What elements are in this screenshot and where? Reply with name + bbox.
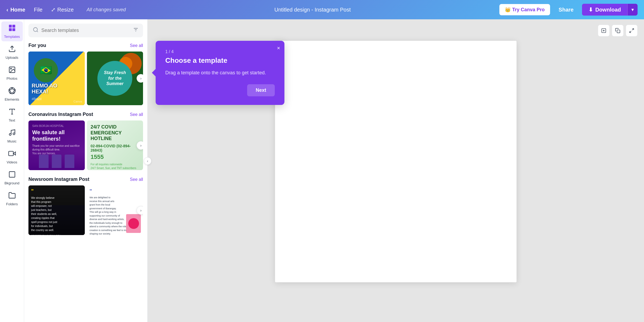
template-card-news-1[interactable]: " We strongly believethat this programwi… bbox=[28, 185, 85, 235]
file-button[interactable]: File bbox=[34, 7, 42, 13]
svg-line-25 bbox=[632, 29, 634, 30]
search-input[interactable] bbox=[41, 28, 130, 33]
photos-icon bbox=[8, 66, 16, 75]
sidebar-label-templates: Templates bbox=[4, 35, 20, 39]
header: ‹ Home File ⤢ Resize All changes saved U… bbox=[0, 0, 644, 19]
tooltip-next-button[interactable]: Next bbox=[247, 84, 275, 96]
icon-sidebar: Templates Uploads Photos Elements Text bbox=[0, 19, 24, 322]
newsroom-scroll-right[interactable]: › bbox=[137, 206, 143, 215]
panel-collapse-button[interactable]: ‹ bbox=[144, 157, 151, 165]
elements-icon bbox=[8, 87, 16, 96]
chevron-down-icon: ▾ bbox=[631, 7, 634, 12]
for-you-header: For you See all bbox=[28, 43, 143, 48]
search-bar bbox=[28, 24, 143, 37]
text-icon bbox=[8, 108, 16, 117]
back-arrow-icon: ‹ bbox=[6, 7, 8, 13]
sidebar-item-uploads[interactable]: Uploads bbox=[1, 42, 23, 62]
template-card-covid-hotline[interactable]: 24/7 COVIDEMERGENCYHOTLINE 02-894-COVID … bbox=[87, 120, 143, 170]
templates-panel: For you See all 🇧🇷 RUMO AOHEXA! #Brazil bbox=[24, 19, 148, 322]
template-card-brazil[interactable]: 🇧🇷 RUMO AOHEXA! #Brazil Canva bbox=[28, 52, 85, 105]
for-you-scroll-right[interactable]: › bbox=[137, 74, 143, 83]
sidebar-label-videos: Videos bbox=[7, 160, 17, 164]
document-title: Untitled design - Instagram Post bbox=[126, 7, 499, 13]
coronavirus-see-all[interactable]: See all bbox=[130, 112, 143, 117]
template-card-news-2[interactable]: " We are delighted toreceive this annual… bbox=[87, 185, 143, 235]
download-button-group: ⬇ Download ▾ bbox=[582, 4, 638, 16]
svg-point-6 bbox=[10, 68, 12, 69]
coronavirus-title: Coronavirus Instagram Post bbox=[28, 112, 93, 117]
sidebar-label-photos: Photos bbox=[6, 76, 17, 80]
svg-point-12 bbox=[13, 133, 15, 135]
canvas-page[interactable] bbox=[275, 41, 517, 282]
add-page-button[interactable] bbox=[598, 25, 610, 36]
header-right: 👑 Try Canva Pro Share ⬇ Download ▾ bbox=[499, 4, 638, 16]
download-dropdown-button[interactable]: ▾ bbox=[627, 4, 638, 16]
svg-rect-14 bbox=[9, 151, 13, 156]
coronavirus-grid: SAN BORJA HOSPITAL We salute allfrontlin… bbox=[28, 120, 143, 170]
svg-rect-3 bbox=[12, 28, 15, 31]
home-label: Home bbox=[10, 7, 25, 13]
sidebar-label-folders: Folders bbox=[6, 202, 18, 206]
svg-line-26 bbox=[630, 31, 631, 33]
download-icon: ⬇ bbox=[588, 6, 593, 13]
canvas-toolbar bbox=[598, 25, 638, 36]
coronavirus-section: Coronavirus Instagram Post See all SAN B… bbox=[28, 112, 143, 170]
main-layout: Templates Uploads Photos Elements Text bbox=[0, 19, 644, 322]
share-button[interactable]: Share bbox=[554, 4, 578, 16]
sidebar-item-folders[interactable]: Folders bbox=[1, 189, 23, 209]
template-card-frontliners[interactable]: SAN BORJA HOSPITAL We salute allfrontlin… bbox=[28, 120, 85, 170]
filter-icon[interactable] bbox=[133, 27, 139, 34]
sidebar-label-text: Text bbox=[9, 118, 15, 122]
tooltip-close-button[interactable]: × bbox=[277, 45, 280, 51]
onboarding-tooltip: × 1 / 4 Choose a template Drag a templat… bbox=[156, 41, 284, 105]
music-icon bbox=[8, 129, 16, 138]
videos-icon bbox=[8, 150, 16, 159]
svg-line-17 bbox=[37, 31, 38, 32]
svg-rect-15 bbox=[9, 172, 15, 177]
save-status: All changes saved bbox=[87, 7, 126, 13]
tooltip-title: Choose a template bbox=[165, 56, 275, 65]
header-left: ‹ Home File ⤢ Resize All changes saved bbox=[6, 6, 126, 13]
sidebar-item-text[interactable]: Text bbox=[1, 105, 23, 125]
sidebar-label-elements: Elements bbox=[5, 97, 19, 101]
sidebar-item-templates[interactable]: Templates bbox=[1, 21, 23, 41]
download-button[interactable]: ⬇ Download bbox=[582, 4, 627, 16]
background-icon bbox=[8, 171, 16, 180]
coronavirus-scroll-right[interactable]: › bbox=[137, 141, 143, 150]
svg-rect-0 bbox=[9, 25, 12, 28]
duplicate-page-button[interactable] bbox=[612, 25, 624, 36]
sidebar-item-photos[interactable]: Photos bbox=[1, 63, 23, 83]
template-card-fresh[interactable]: Stay Freshfor theSummer bbox=[87, 52, 143, 105]
sidebar-item-elements[interactable]: Elements bbox=[1, 84, 23, 104]
home-button[interactable]: ‹ Home bbox=[6, 7, 25, 13]
newsroom-header: Newsroom Instagram Post See all bbox=[28, 177, 143, 182]
sidebar-item-videos[interactable]: Videos bbox=[1, 147, 23, 167]
sidebar-item-background[interactable]: Bkground bbox=[1, 168, 23, 188]
newsroom-see-all[interactable]: See all bbox=[130, 177, 143, 182]
resize-button[interactable]: ⤢ Resize bbox=[51, 6, 74, 13]
newsroom-title: Newsroom Instagram Post bbox=[28, 177, 89, 182]
coronavirus-header: Coronavirus Instagram Post See all bbox=[28, 112, 143, 117]
uploads-icon bbox=[8, 45, 16, 54]
crown-icon: 👑 bbox=[505, 7, 511, 13]
tooltip-description: Drag a template onto the canvas to get s… bbox=[165, 69, 275, 77]
for-you-see-all[interactable]: See all bbox=[130, 43, 143, 48]
for-you-title: For you bbox=[28, 43, 46, 48]
newsroom-section: Newsroom Instagram Post See all " We str… bbox=[28, 177, 143, 235]
for-you-grid: 🇧🇷 RUMO AOHEXA! #Brazil Canva bbox=[28, 52, 143, 105]
newsroom-grid: " We strongly believethat this programwi… bbox=[28, 185, 143, 235]
svg-point-16 bbox=[34, 28, 38, 32]
templates-icon bbox=[8, 24, 16, 34]
tooltip-arrow bbox=[152, 69, 156, 76]
sidebar-label-background: Bkground bbox=[5, 181, 20, 185]
try-pro-button[interactable]: 👑 Try Canva Pro bbox=[499, 4, 550, 15]
for-you-section: For you See all 🇧🇷 RUMO AOHEXA! #Brazil bbox=[28, 43, 143, 105]
resize-icon: ⤢ bbox=[51, 6, 56, 13]
resize-label: Resize bbox=[57, 7, 74, 13]
svg-marker-13 bbox=[13, 152, 15, 155]
sidebar-item-music[interactable]: Music bbox=[1, 126, 23, 146]
sidebar-label-music: Music bbox=[8, 139, 17, 143]
tooltip-counter: 1 / 4 bbox=[165, 49, 275, 54]
svg-point-11 bbox=[9, 134, 11, 136]
expand-canvas-button[interactable] bbox=[626, 25, 638, 36]
